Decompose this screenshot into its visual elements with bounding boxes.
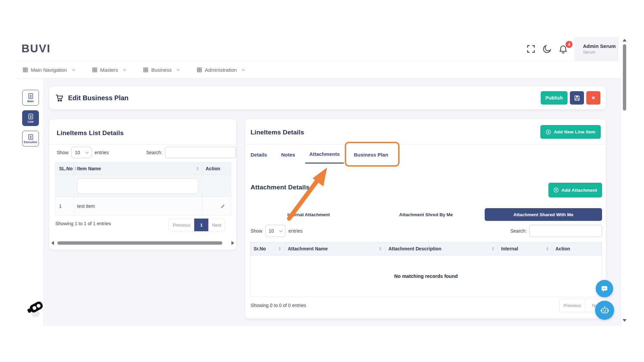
filter-attachment-shared-with-me[interactable]: Attachment Shared With Me bbox=[485, 208, 602, 221]
table-footer-summary: Showing 1 to 1 of 1 entries bbox=[55, 221, 111, 226]
tab-business-plan[interactable]: Business Plan bbox=[350, 145, 392, 164]
scroll-left-arrow[interactable] bbox=[51, 241, 54, 245]
filter-attachment-shred-by-me[interactable]: Attachment Shred By Me bbox=[367, 208, 485, 221]
attachment-page-size-select[interactable]: 10 bbox=[265, 225, 285, 237]
chevron-down-icon bbox=[176, 68, 180, 71]
cell-item-name: test item bbox=[74, 197, 202, 215]
mascot-robot-icon[interactable] bbox=[26, 298, 47, 318]
sort-icon bbox=[195, 167, 199, 170]
user-role: Serum bbox=[583, 50, 619, 55]
horizontal-scroll-thumb[interactable] bbox=[57, 241, 222, 245]
scroll-down-arrow[interactable] bbox=[623, 319, 627, 322]
column-header-action: Action bbox=[552, 242, 601, 255]
edit-pencil-icon[interactable] bbox=[220, 203, 225, 209]
tutorial-arrow bbox=[283, 165, 332, 224]
fullscreen-icon[interactable] bbox=[526, 44, 536, 55]
publish-button[interactable]: Publish bbox=[541, 91, 568, 105]
empty-message: No matching records found bbox=[394, 274, 458, 279]
nav-item-main-navigation[interactable]: Main Navigation bbox=[23, 67, 75, 73]
sidebar-item-main[interactable]: Main bbox=[22, 90, 39, 106]
column-header-attachment-name[interactable]: Attachment Name bbox=[284, 242, 385, 255]
vertical-scroll-thumb[interactable] bbox=[623, 44, 626, 111]
lineitems-list-title: LineItems List Details bbox=[57, 129, 124, 137]
topbar: BUVI 4 Admin Serum Serum bbox=[17, 37, 621, 61]
document-icon bbox=[28, 113, 34, 120]
sort-icon bbox=[490, 247, 494, 250]
chevron-down-icon bbox=[241, 68, 245, 71]
lineitems-search-input[interactable] bbox=[165, 147, 236, 158]
lineitems-list-panel: LineItems List Details Show 10 entries S… bbox=[49, 119, 236, 250]
previous-page-button[interactable]: Previous bbox=[559, 299, 585, 312]
chevron-down-icon bbox=[72, 68, 75, 71]
chevron-down-icon bbox=[86, 150, 89, 154]
user-menu[interactable]: Admin Serum Serum bbox=[574, 37, 619, 61]
search-label: Search: bbox=[511, 228, 527, 234]
add-new-line-item-button[interactable]: Add New Line Item bbox=[540, 125, 601, 139]
chat-button[interactable] bbox=[596, 280, 613, 297]
sort-icon bbox=[544, 247, 548, 250]
search-label: Search: bbox=[146, 150, 162, 155]
scroll-right-arrow[interactable] bbox=[231, 241, 234, 245]
plus-circle-icon bbox=[546, 129, 551, 135]
attachment-search-input[interactable] bbox=[529, 225, 602, 237]
vertical-scrollbar[interactable] bbox=[622, 37, 627, 325]
grid-icon bbox=[197, 67, 202, 72]
previous-page-button[interactable]: Previous bbox=[169, 219, 195, 231]
filter-row bbox=[55, 175, 231, 197]
current-page-button[interactable]: 1 bbox=[194, 219, 209, 231]
attachment-footer-summary: Showing 0 to 0 of 0 entries bbox=[251, 303, 306, 308]
brand-logo: BUVI bbox=[21, 42, 51, 55]
tab-notes[interactable]: Notes bbox=[277, 145, 299, 164]
page-size-select[interactable]: 10 bbox=[71, 147, 92, 158]
add-attachment-button[interactable]: Add Attachment bbox=[548, 183, 602, 197]
cell-slno: 1 bbox=[55, 197, 74, 215]
grid-icon bbox=[92, 67, 97, 72]
notification-badge: 4 bbox=[565, 40, 573, 49]
page-title: Edit Business Plan bbox=[68, 94, 128, 102]
column-header-slno[interactable]: SL.No bbox=[55, 163, 74, 175]
column-header-srno[interactable]: Sr.No bbox=[250, 242, 284, 255]
close-icon: × bbox=[592, 95, 595, 102]
grid-icon bbox=[143, 67, 148, 72]
sidebar-item-execution[interactable]: Execution bbox=[22, 131, 39, 146]
close-button[interactable]: × bbox=[586, 91, 600, 105]
nav-item-administration[interactable]: Administration bbox=[197, 67, 245, 73]
table-row: 1 test item bbox=[55, 197, 231, 216]
entries-label: entries bbox=[288, 228, 303, 234]
column-header-item-name[interactable]: Item Name bbox=[74, 163, 202, 175]
column-header-attachment-description[interactable]: Attachment Description bbox=[385, 242, 498, 255]
dark-mode-icon[interactable] bbox=[542, 44, 552, 55]
save-button[interactable] bbox=[570, 91, 584, 105]
pagination: Previous 1 Next bbox=[169, 219, 225, 231]
tutorial-highlight-box bbox=[345, 142, 400, 167]
main-navbar: Main Navigation Masters Business Adminis… bbox=[17, 61, 621, 78]
tab-bar: Details Notes Attachments Business Plan bbox=[247, 145, 392, 164]
assistant-robot-button[interactable] bbox=[595, 301, 614, 320]
entries-label: entries bbox=[95, 150, 109, 155]
column-header-action: Action bbox=[202, 163, 231, 175]
show-label: Show bbox=[251, 228, 262, 234]
sort-icon bbox=[277, 247, 281, 250]
nav-item-masters[interactable]: Masters bbox=[92, 67, 126, 73]
cart-icon bbox=[55, 94, 64, 102]
horizontal-scrollbar[interactable] bbox=[50, 239, 235, 247]
plus-circle-icon bbox=[553, 187, 559, 193]
chevron-down-icon bbox=[123, 68, 126, 71]
tab-attachments[interactable]: Attachments bbox=[305, 145, 344, 164]
page-header-card: Edit Business Plan Publish × bbox=[49, 86, 606, 109]
scroll-up-arrow[interactable] bbox=[623, 39, 627, 42]
sort-icon bbox=[377, 247, 381, 250]
empty-table-body: No matching records found bbox=[250, 255, 602, 297]
tab-details[interactable]: Details bbox=[247, 145, 271, 164]
lineitems-details-title: LineItems Details bbox=[251, 129, 304, 136]
floppy-save-icon bbox=[574, 95, 580, 101]
user-name: Admin Serum bbox=[583, 43, 619, 49]
document-icon bbox=[28, 134, 34, 140]
next-page-button[interactable]: Next bbox=[208, 219, 225, 231]
item-name-filter-input[interactable] bbox=[77, 178, 199, 194]
column-header-internal[interactable]: Internal bbox=[498, 242, 552, 255]
sidebar-item-line[interactable]: Line bbox=[22, 110, 39, 126]
nav-item-business[interactable]: Business bbox=[143, 67, 179, 73]
chat-bubble-icon bbox=[600, 285, 608, 293]
robot-icon bbox=[600, 306, 609, 315]
